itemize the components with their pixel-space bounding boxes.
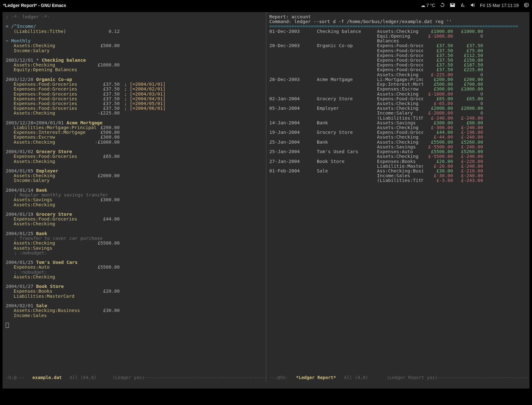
report-row[interactable]: Assets:Savings£-5500.00£-240.00 (269, 145, 527, 149)
txn-header[interactable]: 2004/02/01 Sale (6, 303, 263, 308)
posting-line[interactable]: Expenses:Food:Groceries£37.50; [=2004/02… (6, 87, 263, 91)
posting-line[interactable]: Expenses:Food:Groceries£44.00 (6, 217, 263, 221)
posting-line[interactable]: Assets:Checking£2000.00 (6, 173, 263, 178)
volume-icon[interactable] (470, 2, 476, 9)
weather-indicator[interactable]: ☁ 7 °C (421, 3, 435, 8)
settings-icon[interactable] (523, 2, 529, 9)
txn-header[interactable]: 2004/01/19 Grocery Store (6, 212, 263, 217)
report-row[interactable]: 02-Jan-2004Grocery StoreExpens:Food:Groc… (269, 97, 527, 101)
desktop: ; -*- ledger -*- = /^Income/(Liabilities… (0, 11, 532, 391)
posting-line[interactable]: Assets:Checking (6, 202, 263, 207)
txn-header[interactable]: 2004/01/25 Bank (6, 231, 263, 236)
refresh-icon[interactable] (440, 2, 445, 9)
left-modeline: -U:@--- example.dat All (64,0) (Ledger y… (3, 374, 266, 381)
txn-header[interactable]: 2003/12/28=2004/01/01 Acme Mortgage (6, 121, 263, 125)
posting-line[interactable]: Assets:Checking£5500.00 (6, 241, 263, 246)
txn-header[interactable]: 2004/01/25 Tom's Used Cars (6, 260, 263, 265)
posting-line[interactable]: Expenses:Food:Groceries£37.50; [=2004/03… (6, 92, 263, 97)
report-row[interactable]: Assets:Checking£-225.000 (269, 72, 527, 77)
posting-line[interactable]: Expenses:Food:Groceries£37.50; [=2004/01… (6, 82, 263, 87)
report-row[interactable]: 01-Feb-2004SaleAss:Checking:Business£30.… (269, 169, 527, 173)
report-row[interactable]: Income:Salary£-2000.000 (269, 111, 527, 115)
report-row[interactable]: (Liabilities:Tithe)£-3.60£-243.60 (269, 178, 527, 183)
clock[interactable]: Fri 15 Mar 17:11:19 (480, 3, 519, 8)
posting-line[interactable]: Assets:Checking (6, 221, 263, 226)
report-row[interactable]: Exp:Interest:Mortgage£500.00£700.00 (269, 82, 527, 87)
report-row[interactable]: Expens:Food:Groceries£37.50£150.00 (269, 58, 527, 63)
report-row[interactable]: Expens:Food:Groceries£37.50£225.00 (269, 67, 527, 72)
txn-header[interactable]: 2004/01/14 Bank (6, 188, 263, 193)
posting-line[interactable]: Expenses:Food:Groceries£65.00 (6, 154, 263, 159)
report-row[interactable]: (Liabilities:Tithe)£-240.00£-240.00 (269, 116, 527, 121)
report-row[interactable]: Assets:Checking£-300.00£-240.00 (269, 125, 527, 130)
right-modeline: --:@%%- *Ledger Report* All (4,0) (Ledge… (266, 374, 530, 381)
posting-line[interactable]: Expenses:Interest:Mortgage£500.00 (6, 130, 263, 135)
posting-line[interactable]: Expenses:Food:Groceries£37.50; [=2004/05… (6, 101, 263, 106)
posting-line[interactable]: Expenses:Food:Groceries£37.50; [=2004/04… (6, 97, 263, 101)
left-pane[interactable]: ; -*- ledger -*- = /^Income/(Liabilities… (3, 12, 266, 389)
posting-line[interactable]: Assets:Checking (6, 159, 263, 164)
report-row[interactable]: 27-Jan-2004Book StoreExpenses:Books£20.0… (269, 159, 527, 164)
report-command: Command: ledger --sort d -f /home/borbus… (269, 19, 527, 24)
network-icon[interactable] (460, 2, 466, 9)
posting-line[interactable]: Expenses:Food:Groceries£37.50; [=2004/06… (6, 106, 263, 111)
report-row[interactable]: Expens:Food:Groceries£37.50£75.00 (269, 48, 527, 53)
report-row[interactable]: Equi:Opening Balances£-1000.000 (269, 34, 527, 43)
system-tray: ☁ 7 °C Fri 15 Mar 17:11:19 (421, 2, 529, 9)
posting-line[interactable]: (Liabilities:Tithe)0.12 (6, 29, 263, 34)
report-row[interactable]: 14-Jan-2004BankAssets:Savings£300.00£60.… (269, 121, 527, 125)
posting-line[interactable]: Equity:Opening Balances (6, 67, 263, 72)
posting-line[interactable]: Liabilities:Mortgage:Principal£200.00 (6, 125, 263, 130)
report-row[interactable]: Income:Sales£-30.00£-240.00 (269, 173, 527, 178)
mail-icon[interactable] (450, 2, 455, 9)
posting-line[interactable]: Assets:Checking (6, 275, 263, 279)
minibuffer[interactable] (3, 382, 529, 389)
posting-line[interactable]: Assets:Savings (6, 246, 263, 251)
txn-header[interactable]: 2004/01/02 Grocery Store (6, 149, 263, 154)
report-row[interactable]: 01-Dec-2003Checking balanceAssets:Checki… (269, 29, 527, 34)
posting-line[interactable]: Assets:Checking£500.00 (6, 43, 263, 48)
txn-header[interactable]: 2003/12/01 * Checking balance (6, 58, 263, 63)
txn-header[interactable]: 2003/12/20 Organic Co-op (6, 77, 263, 82)
posting-line[interactable]: Assets:Savings£300.00 (6, 197, 263, 202)
posting-line[interactable]: Expenses:Escrow£300.00 (6, 135, 263, 140)
posting-line[interactable]: Assets:Checking:Business£30.00 (6, 308, 263, 313)
posting-line[interactable]: Expenses:Books£20.00 (6, 289, 263, 294)
report-row[interactable]: 28-Dec-2003Acme MortgageLi:Mortgage:Prin… (269, 77, 527, 82)
report-row[interactable]: Expenses:Escrow£300.00£1000.00 (269, 87, 527, 91)
report-divider: ========================================… (269, 24, 527, 29)
report-row[interactable]: 05-Jan-2004EmployerAssets:Checking£2000.… (269, 106, 527, 111)
right-pane[interactable]: Report: accountCommand: ledger --sort d … (266, 12, 530, 389)
posting-line[interactable]: Assets:Checking-£1000.00 (6, 140, 263, 145)
cursor (6, 323, 9, 328)
txn-header[interactable]: 2004/01/27 Book Store (6, 284, 263, 289)
report-row[interactable]: 25-Jan-2004Tom's Used CarsExpenses:Auto£… (269, 149, 527, 154)
posting-line[interactable]: Liabilities:MasterCard (6, 294, 263, 299)
emacs-frame: ; -*- ledger -*- = /^Income/(Liabilities… (3, 12, 529, 389)
report-row[interactable]: 19-Jan-2004Grocery StoreExpens:Food:Groc… (269, 130, 527, 135)
report-row[interactable]: Expens:Food:Groceries£37.50£187.50 (269, 63, 527, 67)
report-row[interactable]: Assets:Checking£-65.000 (269, 101, 527, 106)
report-title: Report: account (269, 15, 527, 19)
posting-line[interactable]: Income:Salary (6, 178, 263, 183)
gnome-topbar: *Ledger Report* - GNU Emacs ☁ 7 °C Fri 1… (0, 0, 532, 11)
posting-line[interactable]: Income:Salary (6, 48, 263, 53)
report-row[interactable]: Expens:Food:Groceries£37.50£112.50 (269, 53, 527, 58)
posting-line[interactable]: Expenses:Auto£5500.00 (6, 265, 263, 270)
report-row[interactable]: Assets:Checking£-5500.00£-240.00 (269, 154, 527, 159)
posting-line[interactable]: Assets:Checking£1000.00 (6, 63, 263, 67)
report-row[interactable]: Assets:Checking£-1000.000 (269, 92, 527, 97)
report-row[interactable]: 25-Jan-2004BankAssets:Checking£5500.00£5… (269, 140, 527, 145)
report-row[interactable]: Liabilitie:MasterCard£-20.00£-240.00 (269, 164, 527, 169)
posting-line[interactable]: Income:Sales (6, 313, 263, 318)
report-row[interactable]: Assets:Checking£-44.00£-240.00 (269, 135, 527, 140)
txn-header[interactable]: 2004/01/05 Employer (6, 169, 263, 173)
report-row[interactable]: 20-Dec-2003Organic Co-opExpens:Food:Groc… (269, 43, 527, 48)
posting-line[interactable]: Assets:Checking-£225.00 (6, 111, 263, 115)
window-title: *Ledger Report* - GNU Emacs (3, 3, 421, 8)
